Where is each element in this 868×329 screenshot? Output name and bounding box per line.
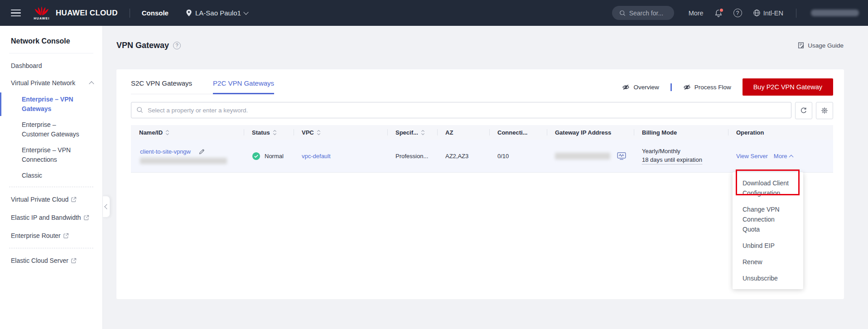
overview-toggle[interactable]: Overview: [622, 83, 659, 91]
sidebar-item-enterprise-router[interactable]: Enterprise Router: [0, 227, 100, 245]
sidebar-item-enterprise-vpn-gateways[interactable]: Enterprise – VPN Gateways: [0, 92, 102, 117]
external-link-icon: [71, 197, 77, 203]
more-menu[interactable]: More: [689, 10, 704, 17]
column-header-vpc[interactable]: VPC: [294, 125, 387, 140]
sidebar-item-enterprise-vpn-connections[interactable]: Enterprise – VPN Connections: [0, 142, 102, 168]
view-server-link[interactable]: View Server: [736, 153, 768, 160]
menu-hamburger-icon[interactable]: [11, 10, 21, 17]
more-actions-link[interactable]: More: [774, 153, 793, 160]
refresh-icon: [800, 107, 807, 114]
column-header-name-id[interactable]: Name/ID: [131, 125, 244, 140]
overview-label: Overview: [633, 84, 659, 91]
sidebar-item-elastic-ip-and-bandwidth[interactable]: Elastic IP and Bandwidth: [0, 208, 100, 227]
external-link-icon: [63, 233, 69, 239]
help-button[interactable]: ?: [733, 9, 742, 17]
sidebar-item-enterprise-customer-gateways[interactable]: Enterprise – Customer Gateways: [0, 117, 102, 142]
sidebar-group-virtual-private-network[interactable]: Virtual Private Network: [0, 74, 102, 92]
sort-icon[interactable]: [317, 130, 321, 135]
vpc-link[interactable]: vpc-default: [302, 153, 331, 160]
document-pen-icon: [797, 42, 805, 49]
language-selector[interactable]: Intl-EN: [753, 9, 783, 17]
sidebar-item-label: Virtual Private Cloud: [11, 196, 68, 203]
cell-billing-mode: Yearly/Monthly 18 days until expiration: [634, 140, 728, 172]
menu-item-unbind-eip[interactable]: Unbind EIP: [733, 237, 803, 254]
sidebar-item-label: Enterprise – VPN Gateways: [22, 95, 82, 114]
sidebar-item-label: Enterprise Router: [11, 232, 61, 239]
cell-gateway-ip: [547, 140, 634, 172]
tab-p2c-vpn-gateways[interactable]: P2C VPN Gateways: [213, 79, 274, 94]
page-header: VPN Gateway ? Usage Guide: [116, 26, 844, 65]
column-label: Connecti...: [497, 129, 527, 136]
cell-name-id: client-to-site-vpngw: [131, 140, 244, 172]
buy-p2c-vpn-gateway-button[interactable]: Buy P2C VPN Gateway: [743, 78, 833, 96]
divider: [796, 9, 796, 18]
sidebar-collapse-handle[interactable]: [103, 196, 110, 218]
process-flow-label: Process Flow: [694, 84, 731, 91]
menu-item-download-client-configuration[interactable]: Download Client Configuration: [733, 175, 803, 201]
column-header-operation[interactable]: Operation: [728, 125, 833, 140]
gateway-table: Name/ID Status VPC Specif... AZ Connecti…: [131, 125, 833, 173]
external-link-icon: [83, 215, 89, 221]
column-header-az[interactable]: AZ: [437, 125, 489, 140]
sidebar-item-label: Elastic IP and Bandwidth: [11, 214, 81, 221]
sidebar-title: Network Console: [0, 26, 102, 53]
sidebar-item-label: Enterprise – VPN Connections: [22, 145, 82, 164]
sidebar-group-label: Virtual Private Network: [11, 78, 75, 87]
sidebar-item-elastic-cloud-server[interactable]: Elastic Cloud Server: [0, 252, 100, 270]
topbar-right: Search for... More ? Intl-EN: [612, 6, 859, 20]
masked-account-name[interactable]: [811, 10, 859, 16]
sort-icon[interactable]: [273, 130, 277, 135]
topbar: HUAWEI HUAWEI CLOUD Console LA-Sao Paulo…: [0, 0, 868, 26]
column-header-billing-mode[interactable]: Billing Mode: [634, 125, 728, 140]
refresh-button[interactable]: [795, 102, 812, 119]
more-actions-dropdown: Download Client Configuration Change VPN…: [733, 172, 803, 289]
column-header-status[interactable]: Status: [244, 125, 294, 140]
column-label: Gateway IP Address: [555, 129, 611, 136]
sidebar-item-virtual-private-cloud[interactable]: Virtual Private Cloud: [0, 190, 100, 208]
billing-expiration-note[interactable]: 18 days until expiration: [642, 156, 702, 164]
sidebar: Network Console Dashboard Virtual Privat…: [0, 26, 103, 329]
notification-badge: [719, 8, 724, 13]
console-link[interactable]: Console: [142, 9, 169, 17]
sort-icon[interactable]: [165, 130, 169, 135]
sidebar-item-label: Elastic Cloud Server: [11, 257, 68, 264]
sidebar-item-classic[interactable]: Classic: [0, 168, 102, 184]
cell-specification: Profession...: [387, 140, 437, 172]
column-header-connections[interactable]: Connecti...: [489, 125, 547, 140]
usage-guide-link[interactable]: Usage Guide: [797, 42, 844, 49]
region-selector[interactable]: LA-Sao Paulo1: [186, 9, 248, 17]
monitor-metrics-icon[interactable]: [617, 151, 627, 161]
question-icon: ?: [733, 9, 742, 17]
page-title: VPN Gateway: [116, 41, 169, 50]
eye-off-icon: [622, 83, 630, 91]
gateway-name-link[interactable]: client-to-site-vpngw: [140, 148, 191, 155]
huawei-flower-icon: [34, 6, 50, 16]
page-help-icon[interactable]: ?: [173, 42, 181, 49]
more-label: More: [774, 153, 787, 160]
chevron-up-icon: [789, 155, 794, 159]
process-flow-toggle[interactable]: Process Flow: [683, 83, 731, 91]
huawei-logo[interactable]: HUAWEI: [34, 6, 50, 20]
sort-icon[interactable]: [421, 130, 425, 135]
edit-pencil-icon[interactable]: [198, 148, 205, 155]
menu-item-unsubscribe[interactable]: Unsubscribe: [733, 270, 803, 286]
column-header-specification[interactable]: Specif...: [387, 125, 437, 140]
menu-item-change-vpn-connection-quota[interactable]: Change VPN Connection Quota: [733, 201, 803, 237]
table-settings-button[interactable]: [816, 102, 833, 119]
language-label: Intl-EN: [763, 10, 783, 17]
masked-ip-address: [555, 153, 610, 160]
chevron-up-icon: [89, 81, 94, 86]
column-header-gateway-ip[interactable]: Gateway IP Address: [547, 125, 634, 140]
column-label: VPC: [302, 129, 314, 136]
filter-search-input[interactable]: [131, 102, 791, 118]
cell-operation: View Server More: [728, 140, 833, 172]
external-link-icon: [71, 258, 77, 264]
tabs: S2C VPN Gateways P2C VPN Gateways: [131, 79, 274, 94]
billing-mode-label: Yearly/Monthly: [642, 148, 680, 155]
notifications-button[interactable]: [714, 9, 723, 17]
menu-item-renew[interactable]: Renew: [733, 254, 803, 270]
divider: [130, 9, 130, 18]
global-search[interactable]: Search for...: [612, 6, 674, 20]
sidebar-item-dashboard[interactable]: Dashboard: [0, 57, 102, 74]
tab-s2c-vpn-gateways[interactable]: S2C VPN Gateways: [131, 79, 192, 94]
